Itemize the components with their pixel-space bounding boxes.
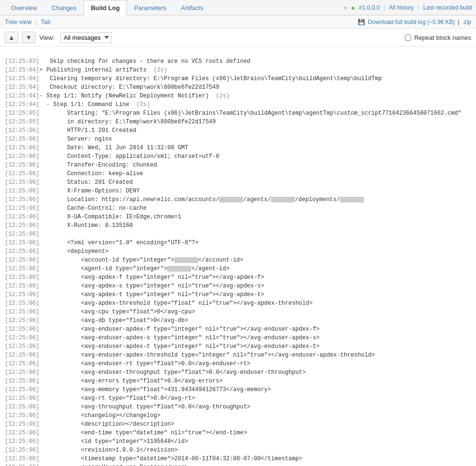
blurred-value xyxy=(219,197,243,203)
timestamp: [12:25:03] xyxy=(5,57,39,66)
filter-bar: ▲ ▼ View: All messages Warnings Errors R… xyxy=(0,29,476,47)
download-zip-link[interactable]: .zip xyxy=(462,19,471,25)
tab-overview[interactable]: Overview xyxy=(4,0,44,15)
log-line: [12:25:06] <avg-enduser-throughput type=… xyxy=(5,369,306,376)
log-line: [12:25:06] <avg-db type="float">0</avg-d… xyxy=(5,317,188,324)
tab-artifacts[interactable]: Artifacts xyxy=(173,0,210,15)
log-line: [12:25:04]- Step 1/1: Notify (NewRelic D… xyxy=(5,93,230,99)
download-full-log-link[interactable]: Download full build log (~5.96 KB) xyxy=(368,19,455,25)
timestamp: [12:25:06] xyxy=(5,135,39,143)
timestamp: [12:25:06] xyxy=(5,126,39,135)
timestamp: [12:25:06] xyxy=(5,308,39,316)
timestamp: [12:25:06] xyxy=(5,239,39,247)
log-toolbar: Tree view | Tail 💾 Download full build l… xyxy=(0,15,476,29)
timestamp: [12:25:05] xyxy=(5,118,39,126)
log-line: [12:25:06] Content-Type: application/xml… xyxy=(5,153,219,160)
timestamp: [12:25:06] xyxy=(5,359,39,368)
timestamp: [12:25:06] xyxy=(5,334,39,342)
scroll-up-button[interactable]: ▲ xyxy=(5,32,18,43)
last-recorded-build-link[interactable]: Last recorded build xyxy=(423,4,472,11)
scroll-down-button[interactable]: ▼ xyxy=(22,32,36,43)
log-line: [12:25:05] Starting: "E:\Program Files (… xyxy=(5,110,462,117)
timestamp: [12:25:06] xyxy=(5,273,39,282)
double-arrow-icon: « xyxy=(344,4,347,11)
timestamp: [12:25:06] xyxy=(5,325,39,334)
log-line: [12:25:06] <end-time type="datetime" nil… xyxy=(5,430,247,436)
timestamp: [12:25:06] xyxy=(5,187,39,195)
log-line: [12:25:06] <avg-enduser-apdex-s type="in… xyxy=(5,335,319,341)
timestamp: [12:25:06] xyxy=(5,351,39,359)
timestamp: [12:25:06] xyxy=(5,394,39,403)
log-line: [12:25:06] <id type="integer">1195648</i… xyxy=(5,438,188,445)
log-line: [12:25:06] Server: nginx xyxy=(5,136,112,143)
log-line: [12:25:06] <avg-enduser-apdex-threshold … xyxy=(5,352,375,358)
log-line: [12:25:06] <avg-enduser-apdex-f type="in… xyxy=(5,326,319,333)
log-line: [12:25:04] Clearing temporary directory:… xyxy=(5,75,382,82)
log-line: [12:25:06] <avg-rt type="float">0.0</avg… xyxy=(5,395,195,402)
log-area: [12:25:03] Skip checking for changes - t… xyxy=(0,47,476,466)
message-filter-select[interactable]: All messages Warnings Errors xyxy=(61,32,111,43)
log-line: [12:25:06] <avg-cpu type="float">0</avg-… xyxy=(5,309,195,315)
timestamp: [12:25:06] xyxy=(5,213,39,221)
blurred-value3 xyxy=(340,197,364,203)
tab-build-log[interactable]: Build Log xyxy=(84,0,127,15)
all-history-link[interactable]: All history xyxy=(389,4,414,11)
timestamp: [12:25:04] xyxy=(5,92,39,100)
tab-bar: Overview Changes Build Log Parameters Ar… xyxy=(0,0,476,15)
log-line: [12:25:06] <revision>1.0.0.1</revision> xyxy=(5,447,178,454)
timestamp: [12:25:06] xyxy=(5,368,39,377)
tab-changes[interactable]: Changes xyxy=(44,0,84,15)
expand-icon[interactable]: + xyxy=(39,67,43,73)
log-line: [12:25:06] Connection: keep-alive xyxy=(5,170,143,177)
timestamp: [12:25:06] xyxy=(5,221,39,230)
timestamp: [12:25:06] xyxy=(5,290,39,299)
tree-view-link[interactable]: Tree view xyxy=(5,18,32,25)
status-icon: ● xyxy=(351,4,355,12)
log-line: [12:25:03] Skip checking for changes - t… xyxy=(5,58,250,65)
expand-icon[interactable]: - xyxy=(39,93,43,99)
log-line: [12:25:04] - Step 1/1: Command Line (2s) xyxy=(5,101,150,108)
log-line: [12:25:06] <avg-apdex-f type="integer" n… xyxy=(5,274,264,281)
log-line: [12:25:06] <timestamp type="datetime">20… xyxy=(5,455,302,462)
blurred-account-id xyxy=(174,257,198,263)
expand-icon[interactable]: - xyxy=(46,101,49,108)
tab-parameters[interactable]: Parameters xyxy=(127,0,173,15)
build-number[interactable]: #1.0.0.0 xyxy=(359,4,379,11)
build-info: « ● #1.0.0.0 | All history | Last record… xyxy=(344,2,472,13)
log-line: [12:25:06] <avg-throughput type="float">… xyxy=(5,404,250,410)
log-line: [12:25:06] HTTP/1.1 201 Created xyxy=(5,127,136,134)
log-line: [12:25:06] xyxy=(5,231,39,238)
timestamp: [12:25:06] xyxy=(5,403,39,411)
timestamp: [12:25:06] xyxy=(5,143,39,152)
timestamp: [12:25:06] xyxy=(5,454,39,463)
tail-link[interactable]: Tail xyxy=(41,18,50,25)
timestamp: [12:25:06] xyxy=(5,247,39,256)
separator2: | xyxy=(458,19,459,25)
timestamp: [12:25:06] xyxy=(5,411,39,420)
log-line: [12:25:04] Checkout directory: E:\Temp\w… xyxy=(5,84,219,91)
log-line: [12:25:06] <user>Howard van Rooijen</use… xyxy=(5,464,188,466)
timestamp: [12:25:06] xyxy=(5,264,39,273)
divider: | xyxy=(384,4,385,11)
timestamp: [12:25:06] xyxy=(5,230,39,239)
log-line: [12:25:05] in directory: E:\Temp\work\80… xyxy=(5,119,216,125)
log-line: [12:25:06] <deployment> xyxy=(5,248,109,255)
timestamp: [12:25:06] xyxy=(5,161,39,169)
log-line: [12:25:06] Date: Wed, 11 Jun 2014 11:32:… xyxy=(5,144,188,151)
log-line: [12:25:06] <changelog></changelog> xyxy=(5,412,160,419)
timestamp: [12:25:06] xyxy=(5,204,39,213)
log-line: [12:25:06] <avg-memory type="float">431.… xyxy=(5,386,271,393)
log-line: [12:25:06] <avg-apdex-t type="integer" n… xyxy=(5,291,264,298)
log-line: [12:25:06] <avg-apdex-s type="integer" n… xyxy=(5,283,264,289)
timestamp: [12:25:04] xyxy=(5,100,39,109)
timestamp: [12:25:06] xyxy=(5,342,39,351)
log-line: [12:25:06] X-Frame-Options: DENY xyxy=(5,188,140,194)
view-label: View: xyxy=(39,34,55,41)
log-line: [12:25:06] X-Runtime: 0.135160 xyxy=(5,222,133,229)
log-line: [12:25:06] <account-id type="integer"> <… xyxy=(5,257,244,263)
repeat-block-names-checkbox[interactable] xyxy=(405,35,411,41)
timestamp: [12:25:04] xyxy=(5,66,39,74)
log-line: [12:25:06] Cache-Control: no-cache xyxy=(5,205,146,212)
log-line: [12:25:06] <avg-enduser-rt type="float">… xyxy=(5,360,250,367)
log-line: [12:25:06] <avg-apdex-threshold type="fl… xyxy=(5,300,313,307)
